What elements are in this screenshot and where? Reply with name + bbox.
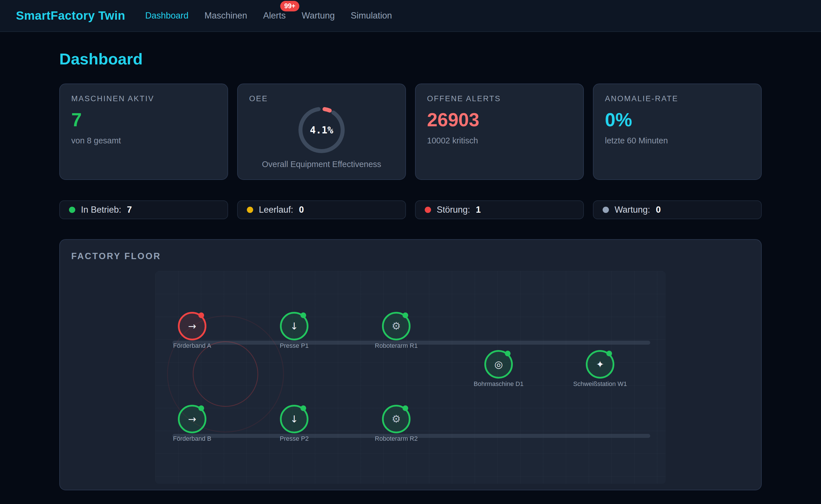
arrow-down-icon: ↓ bbox=[290, 414, 298, 424]
machine-node-presse-p2[interactable]: ↓Presse P2 bbox=[280, 405, 308, 433]
kpi-subtext: 10002 kritisch bbox=[427, 136, 572, 145]
kpi-label: OEE bbox=[249, 94, 394, 103]
kpi-cards: MASCHINEN AKTIV 7 von 8 gesamt OEE 4.1% … bbox=[59, 84, 762, 180]
kpi-card-maschinen-aktiv: MASCHINEN AKTIV 7 von 8 gesamt bbox=[59, 84, 228, 180]
gear-icon: ⚙ bbox=[392, 321, 401, 331]
machine-node-roboterarm-r2[interactable]: ⚙Roboterarm R2 bbox=[382, 405, 411, 433]
status-pill-label: Wartung: bbox=[615, 205, 650, 215]
status-pill-label: Störung: bbox=[437, 205, 470, 215]
status-pill-leerlauf[interactable]: Leerlauf: 0 bbox=[237, 200, 406, 219]
machine-status-dot-icon bbox=[505, 351, 511, 356]
machine-label: Schweißstation W1 bbox=[573, 380, 627, 388]
oee-gauge: 4.1% bbox=[249, 105, 394, 155]
machine-status-dot-icon bbox=[198, 312, 204, 318]
nav-item-dashboard[interactable]: Dashboard bbox=[145, 11, 188, 21]
nav-item-alerts-label: Alerts bbox=[263, 11, 286, 21]
kpi-label: MASCHINEN AKTIV bbox=[71, 94, 216, 103]
machine-status-dot-icon bbox=[403, 405, 408, 411]
gear-icon: ⚙ bbox=[392, 414, 401, 424]
machine-node-presse-p1[interactable]: ↓Presse P1 bbox=[280, 312, 308, 340]
arrow-right-icon: → bbox=[188, 321, 196, 331]
status-dot-icon bbox=[603, 207, 609, 213]
nav-item-simulation[interactable]: Simulation bbox=[351, 11, 392, 21]
kpi-label: ANOMALIE-RATE bbox=[605, 94, 750, 103]
arrow-down-icon: ↓ bbox=[290, 321, 298, 331]
top-nav: SmartFactory Twin Dashboard Maschinen Al… bbox=[0, 0, 821, 32]
kpi-subtext: letzte 60 Minuten bbox=[605, 136, 750, 145]
status-dot-icon bbox=[425, 207, 431, 213]
sparkle-icon: ✦ bbox=[596, 359, 604, 369]
machine-status-dot-icon bbox=[300, 405, 306, 411]
kpi-value: 0% bbox=[605, 109, 750, 130]
machine-status-dot-icon bbox=[300, 312, 306, 318]
machine-node-roboterarm-r1[interactable]: ⚙Roboterarm R1 bbox=[382, 312, 411, 340]
status-dot-icon bbox=[69, 207, 75, 213]
machine-label: Presse P1 bbox=[280, 342, 309, 349]
status-pill-value: 0 bbox=[656, 205, 661, 215]
main-content: Dashboard MASCHINEN AKTIV 7 von 8 gesamt… bbox=[59, 50, 762, 504]
machine-node-schwei-station-w1[interactable]: ✦Schweißstation W1 bbox=[586, 350, 614, 379]
machine-label: Förderband A bbox=[173, 342, 211, 349]
factory-floor-panel: FACTORY FLOOR →Förderband A↓Presse P1⚙Ro… bbox=[59, 239, 762, 490]
status-pill-label: Leerlauf: bbox=[259, 205, 293, 215]
kpi-subtext: Overall Equipment Effectiveness bbox=[249, 160, 394, 169]
arrow-right-icon: → bbox=[188, 414, 196, 424]
machine-status-dot-icon bbox=[403, 312, 408, 318]
machine-node-f-rderband-a[interactable]: →Förderband A bbox=[178, 312, 206, 340]
machine-node-bohrmaschine-d1[interactable]: ◎Bohrmaschine D1 bbox=[484, 350, 513, 379]
factory-floor-canvas[interactable]: →Förderband A↓Presse P1⚙Roboterarm R1◎Bo… bbox=[155, 271, 666, 484]
machine-status-dot-icon bbox=[198, 405, 204, 411]
machine-node-f-rderband-b[interactable]: →Förderband B bbox=[178, 405, 206, 433]
kpi-card-oee: OEE 4.1% Overall Equipment Effectiveness bbox=[237, 84, 406, 180]
status-pill-value: 1 bbox=[476, 205, 481, 215]
status-pill-value: 0 bbox=[299, 205, 304, 215]
status-pill-row: In Betrieb: 7 Leerlauf: 0 Störung: 1 War… bbox=[59, 200, 762, 219]
status-pill-value: 7 bbox=[127, 205, 132, 215]
machine-status-dot-icon bbox=[606, 351, 612, 356]
bullseye-icon: ◎ bbox=[494, 359, 503, 369]
page-title: Dashboard bbox=[59, 50, 762, 68]
machine-label: Roboterarm R1 bbox=[375, 342, 418, 349]
nav-item-wartung[interactable]: Wartung bbox=[302, 11, 335, 21]
machine-label: Presse P2 bbox=[280, 435, 309, 442]
machine-label: Roboterarm R2 bbox=[375, 435, 418, 442]
machine-label: Bohrmaschine D1 bbox=[474, 380, 524, 388]
kpi-label: OFFENE ALERTS bbox=[427, 94, 572, 103]
status-pill-wartung[interactable]: Wartung: 0 bbox=[593, 200, 762, 219]
alerts-count-badge: 99+ bbox=[280, 1, 299, 11]
nav-item-alerts[interactable]: Alerts 99+ bbox=[263, 11, 286, 21]
status-dot-icon bbox=[247, 207, 253, 213]
nav-links: Dashboard Maschinen Alerts 99+ Wartung S… bbox=[145, 11, 392, 21]
status-pill-in-betrieb[interactable]: In Betrieb: 7 bbox=[59, 200, 228, 219]
kpi-subtext: von 8 gesamt bbox=[71, 136, 216, 145]
factory-floor-title: FACTORY FLOOR bbox=[71, 251, 750, 261]
nav-item-maschinen[interactable]: Maschinen bbox=[204, 11, 247, 21]
kpi-value: 26903 bbox=[427, 109, 572, 130]
status-pill-stoerung[interactable]: Störung: 1 bbox=[415, 200, 584, 219]
kpi-card-offene-alerts: OFFENE ALERTS 26903 10002 kritisch bbox=[415, 84, 584, 180]
oee-gauge-value: 4.1% bbox=[296, 105, 347, 155]
status-pill-label: In Betrieb: bbox=[81, 205, 121, 215]
kpi-card-anomalie-rate: ANOMALIE-RATE 0% letzte 60 Minuten bbox=[593, 84, 762, 180]
app-logo: SmartFactory Twin bbox=[16, 9, 125, 23]
machine-label: Förderband B bbox=[173, 435, 212, 442]
kpi-value: 7 bbox=[71, 109, 216, 130]
